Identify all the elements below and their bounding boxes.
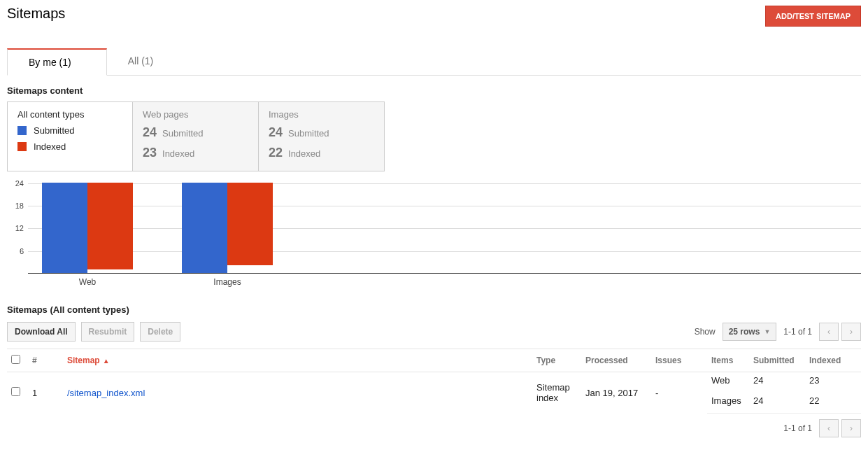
x-label: Web [42,277,133,287]
chevron-right-icon: › [850,423,853,433]
bar-group [182,183,273,273]
sort-asc-icon: ▲ [103,357,110,365]
add-test-sitemap-button[interactable]: ADD/TEST SITEMAP [765,6,861,27]
legend-title: All content types [17,109,122,120]
col-indexed[interactable]: Indexed [805,349,861,372]
page-info-bottom: 1-1 of 1 [783,423,812,433]
resubmit-button[interactable]: Resubmit [81,322,135,342]
delete-button[interactable]: Delete [140,322,180,342]
x-label: Images [182,277,273,287]
stats-web-indexed-label: Indexed [162,148,194,159]
legend-swatch-indexed [17,142,27,151]
cell-idx-images: 22 [805,388,861,414]
cell-items-images: Images [707,388,749,414]
bar-chart: 6121824 WebImages [7,176,861,295]
col-type[interactable]: Type [532,349,581,372]
stats-images-submitted-num: 24 [269,125,283,140]
bar [87,183,133,269]
cell-items-web: Web [707,372,749,389]
cell-processed: Jan 19, 2017 [581,372,651,414]
tabs: By me (1) All (1) [7,48,861,76]
cell-idx-web: 23 [805,372,861,389]
sitemaps-table: # Sitemap▲ Type Processed Issues Items S… [7,349,861,414]
stats-web[interactable]: Web pages 24 Submitted 23 Indexed [133,101,259,171]
cell-issues: - [651,372,707,414]
prev-page-button-bottom[interactable]: ‹ [819,419,839,437]
col-num[interactable]: # [28,349,63,372]
chevron-right-icon: › [850,327,853,337]
cell-num: 1 [28,372,63,414]
page-info-top: 1-1 of 1 [783,327,812,337]
caret-down-icon: ▼ [764,328,770,335]
bottom-pager: 1-1 of 1 ‹ › [7,419,861,437]
next-page-button[interactable]: › [841,323,861,341]
stats-web-indexed-num: 23 [143,146,157,160]
stats-images[interactable]: Images 24 Submitted 22 Indexed [259,101,385,171]
col-items[interactable]: Items [707,349,749,372]
bar [182,183,227,273]
next-page-button-bottom[interactable]: › [841,419,861,437]
stats-images-indexed-num: 22 [269,146,283,160]
col-sitemap[interactable]: Sitemap▲ [63,349,532,372]
tab-all[interactable]: All (1) [107,48,189,76]
y-tick: 6 [20,247,24,255]
legend-swatch-submitted [17,126,27,135]
chevron-left-icon: ‹ [827,327,830,337]
select-all-checkbox[interactable] [11,355,20,364]
stats-images-indexed-label: Indexed [288,148,320,159]
rows-select[interactable]: 25 rows ▼ [723,323,777,341]
legend-indexed: Indexed [17,141,122,152]
cell-sub-images: 24 [749,388,805,414]
y-tick: 24 [15,179,24,188]
bar [227,183,273,265]
stats-row: All content types Submitted Indexed Web … [7,101,861,171]
legend-indexed-label: Indexed [34,141,66,152]
col-processed[interactable]: Processed [581,349,651,372]
bar-group [42,183,133,273]
stats-web-submitted-num: 24 [143,125,157,140]
stats-images-submitted-label: Submitted [288,128,329,139]
stats-images-title: Images [269,109,374,120]
sitemaps-content-heading: Sitemaps content [7,85,861,96]
prev-page-button[interactable]: ‹ [819,323,839,341]
tab-by-me[interactable]: By me (1) [7,48,107,76]
table-row: 1 /sitemap_index.xml Sitemap index Jan 1… [7,372,861,389]
legend-submitted: Submitted [17,125,122,136]
show-label: Show [695,327,716,337]
row-checkbox[interactable] [11,387,20,396]
col-sitemap-label: Sitemap [67,356,100,365]
cell-sub-web: 24 [749,372,805,389]
download-all-button[interactable]: Download All [7,322,76,342]
rows-select-value: 25 rows [729,327,760,337]
col-issues[interactable]: Issues [651,349,707,372]
sitemaps-table-heading: Sitemaps (All content types) [7,304,861,315]
y-tick: 18 [15,202,24,210]
table-toolbar: Download All Resubmit Delete Show 25 row… [7,322,861,342]
cell-type: Sitemap index [532,372,581,414]
sitemap-link[interactable]: /sitemap_index.xml [67,388,145,398]
page-title: Sitemaps [7,6,65,22]
chevron-left-icon: ‹ [827,423,830,433]
stats-web-title: Web pages [143,109,248,120]
bar [42,183,87,273]
legend-submitted-label: Submitted [34,125,75,136]
stats-web-submitted-label: Submitted [162,128,204,139]
col-submitted[interactable]: Submitted [749,349,805,372]
legend-box: All content types Submitted Indexed [7,101,133,171]
y-tick: 12 [15,224,24,232]
